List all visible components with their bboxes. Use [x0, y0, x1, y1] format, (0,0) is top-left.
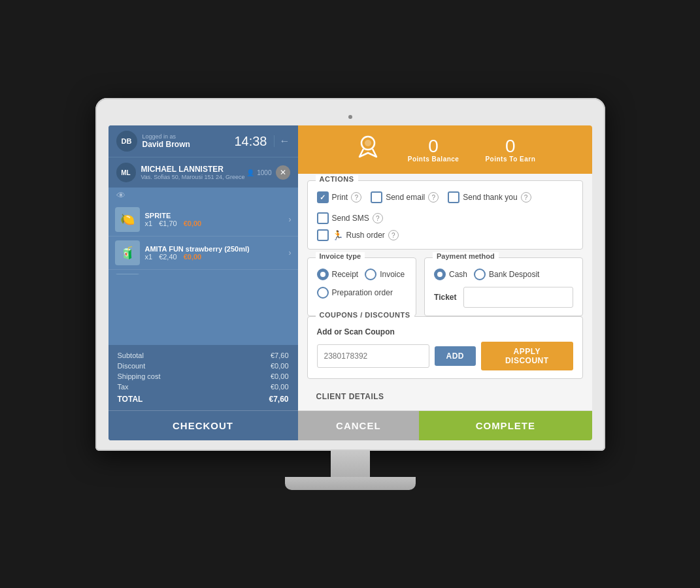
points-badge: 👤 1000 — [246, 169, 271, 176]
monitor-neck — [331, 451, 370, 477]
discount-row: Discount €0,00 — [118, 361, 289, 371]
send-thank-you-checkbox[interactable] — [448, 191, 459, 203]
logged-in-as-label: Logged in as — [142, 133, 190, 140]
cash-radio[interactable] — [434, 269, 446, 280]
tax-label: Tax — [118, 383, 129, 391]
item-qty-price: x1 €2,40 €0,00 — [145, 253, 284, 261]
item-name: AMITA FUN strawberry (250ml) — [145, 245, 284, 253]
loyalty-header: 0 Points Balance 0 Points To Earn — [298, 125, 592, 174]
eye-button[interactable]: 👁 — [108, 188, 298, 203]
bank-option: Bank Desposit — [474, 269, 539, 280]
customer-bar: ML MICHAEL LANNISTER Vas. Sofias 50, Mar… — [108, 157, 298, 188]
add-scan-label: Add or Scan Coupon — [317, 327, 573, 336]
item-qty-price: x1 €1,70 €0,00 — [145, 220, 284, 227]
item-name: SPRITE — [145, 212, 284, 220]
customer-name: MICHAEL LANNISTER — [141, 165, 247, 174]
send-thank-you-help-icon[interactable]: ? — [521, 192, 531, 203]
actions-section: ACTIONS ✓ Print ? — [307, 180, 583, 250]
cancel-button[interactable]: CANCEL — [298, 411, 420, 440]
total-row: TOTAL €7,60 — [118, 393, 289, 405]
cash-option: Cash — [434, 269, 467, 280]
send-sms-help-icon[interactable]: ? — [373, 213, 383, 223]
customer-address: Vas. Sofias 50, Marousi 151 24, Greece — [141, 174, 247, 180]
add-coupon-button[interactable]: ADD — [435, 346, 476, 366]
checkout-button[interactable]: CHECKOUT — [108, 410, 298, 440]
bottom-actions: CANCEL COMPLETE — [298, 410, 592, 440]
ticket-row: Ticket — [434, 287, 573, 308]
loyalty-icon — [354, 133, 382, 166]
print-help-icon[interactable]: ? — [351, 192, 361, 203]
points-balance-stat: 0 Points Balance — [408, 137, 459, 163]
actions-row-2: 🏃 Rush order ? — [317, 229, 573, 241]
monitor-base — [285, 477, 416, 490]
invoice-radio-group-2: Preparation order — [317, 287, 407, 299]
customer-info: MICHAEL LANNISTER Vas. Sofias 50, Marous… — [141, 165, 247, 180]
points-balance-number: 0 — [408, 137, 459, 155]
print-checkbox[interactable]: ✓ — [317, 191, 329, 203]
actions-content: ✓ Print ? Send email ? — [308, 181, 582, 249]
subtotal-label: Subtotal — [118, 351, 144, 359]
total-label: TOTAL — [118, 395, 143, 404]
user-name: David Brown — [142, 140, 190, 149]
totals-section: Subtotal €7,60 Discount €0,00 Shipping c… — [108, 345, 298, 410]
order-item: 🧃 AMITA FUN strawberry (250ml) x1 €2,40 … — [108, 237, 298, 270]
invoice-type-title: Invoice type — [316, 252, 365, 260]
customer-avatar: ML — [116, 163, 136, 182]
invoice-option: Invoice — [365, 269, 405, 280]
prep-order-option: Preparation order — [317, 287, 393, 299]
item-details: SPRITE x1 €1,70 €0,00 — [145, 212, 284, 227]
ticket-input[interactable] — [463, 287, 573, 308]
item-image: 🍋 — [115, 207, 140, 232]
invoice-payment-row: Invoice type Receipt — [307, 257, 583, 316]
apply-discount-button[interactable]: APPLY DISCOUNT — [481, 342, 573, 370]
subtotal-value: €7,60 — [271, 351, 289, 359]
send-email-checkbox[interactable] — [371, 191, 382, 203]
left-panel: DB Logged in as David Brown 14:38 ← ML M… — [108, 125, 298, 440]
rush-order-action: 🏃 Rush order ? — [317, 229, 399, 241]
scrollable-content: ACTIONS ✓ Print ? — [298, 174, 592, 410]
item-details: AMITA FUN strawberry (250ml) x1 €2,40 €0… — [145, 245, 284, 261]
item-price: €2,40 — [159, 253, 177, 261]
svg-point-1 — [365, 140, 371, 146]
receipt-option: Receipt — [317, 269, 359, 280]
shipping-label: Shipping cost — [118, 372, 161, 380]
points-earn-number: 0 — [485, 137, 535, 155]
send-thank-you-action: Send thank you ? — [448, 191, 531, 203]
coupons-content: Add or Scan Coupon ADD APPLY DISCOUNT — [308, 317, 582, 378]
bank-radio[interactable] — [474, 269, 486, 280]
coupon-input[interactable] — [317, 344, 429, 368]
header-bar: DB Logged in as David Brown 14:38 ← — [108, 125, 298, 157]
monitor-screen: DB Logged in as David Brown 14:38 ← ML M… — [95, 98, 605, 451]
send-sms-action: Send SMS ? — [317, 212, 383, 224]
close-customer-button[interactable]: ✕ — [276, 165, 290, 180]
prep-order-radio[interactable] — [317, 287, 329, 299]
invoice-radio[interactable] — [365, 269, 376, 280]
cash-label: Cash — [449, 270, 467, 279]
send-thank-you-label: Send thank you — [463, 193, 517, 202]
actions-row-1: ✓ Print ? Send email ? — [317, 191, 573, 224]
receipt-radio[interactable] — [317, 269, 329, 280]
payment-method-title: Payment method — [433, 252, 499, 260]
print-action: ✓ Print ? — [317, 191, 362, 203]
send-email-action: Send email ? — [371, 191, 439, 203]
payment-method-section: Payment method Cash — [424, 257, 582, 316]
total-value: €7,60 — [269, 395, 288, 404]
right-panel: 0 Points Balance 0 Points To Earn ACTION… — [298, 125, 592, 440]
item-arrow-icon[interactable]: › — [289, 248, 292, 257]
rush-icon: 🏃 — [332, 230, 343, 240]
item-qty: x1 — [145, 220, 153, 227]
back-button[interactable]: ← — [274, 135, 290, 147]
prep-order-label: Preparation order — [332, 288, 393, 297]
rush-order-help-icon[interactable]: ? — [388, 230, 399, 240]
invoice-type-section: Invoice type Receipt — [307, 257, 417, 316]
complete-button[interactable]: COMPLETE — [419, 411, 592, 440]
send-sms-checkbox[interactable] — [317, 212, 329, 224]
send-email-help-icon[interactable]: ? — [428, 192, 439, 203]
rush-order-checkbox[interactable] — [317, 229, 329, 241]
invoice-radio-group: Receipt Invoice — [317, 269, 407, 280]
item-arrow-icon[interactable]: › — [289, 215, 292, 224]
bank-label: Bank Desposit — [489, 270, 539, 279]
receipt-label: Receipt — [332, 270, 359, 279]
coupons-section: COUPONS / DISCOUNTS Add or Scan Coupon A… — [307, 316, 583, 379]
coupons-title: COUPONS / DISCOUNTS — [316, 311, 414, 319]
